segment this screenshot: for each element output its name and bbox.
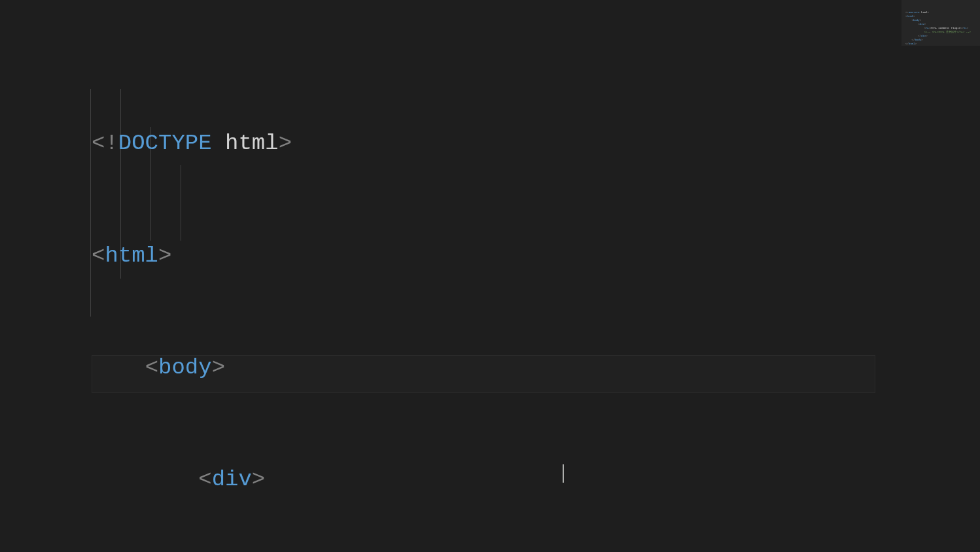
indent-guide [90, 89, 91, 317]
code-line[interactable]: <!DOCTYPE html> [92, 125, 980, 162]
code-editor[interactable]: <!DOCTYPE html> <html> <body> <div> <h1>… [0, 0, 980, 552]
code-line[interactable]: <html> [92, 237, 980, 275]
indent-guide [181, 165, 181, 241]
minimap[interactable]: <!DOCTYPE html> <html> <body> <div> <h1>… [901, 0, 980, 552]
text-cursor [563, 464, 564, 483]
code-line[interactable]: <body> [92, 349, 980, 387]
minimap-viewport[interactable] [901, 0, 980, 46]
code-line[interactable]: <div> [92, 461, 980, 498]
